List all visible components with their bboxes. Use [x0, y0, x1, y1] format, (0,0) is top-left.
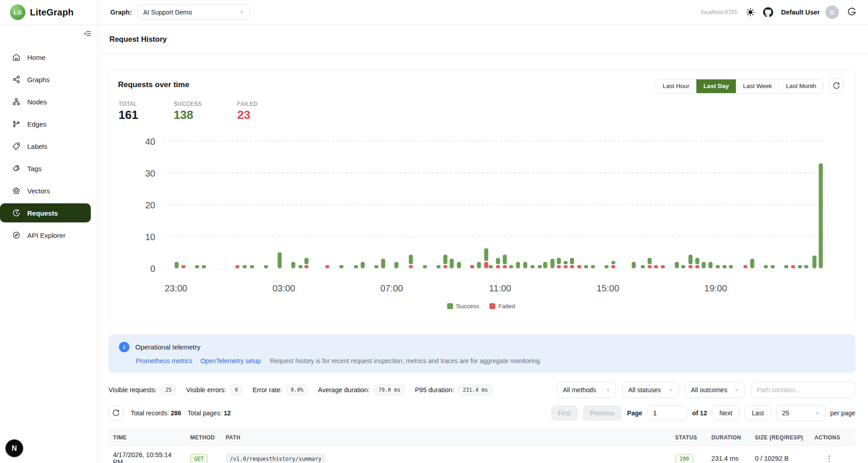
chart-bar	[304, 258, 308, 268]
chart-bar	[477, 262, 481, 268]
table-refresh-button[interactable]	[108, 406, 123, 421]
chart-bar	[437, 265, 441, 268]
success-bar-segment	[631, 262, 636, 268]
last-page-button[interactable]: Last	[745, 405, 771, 421]
brand-area: LG LiteGraph	[0, 0, 98, 25]
metric-label: Visible errors:	[186, 386, 226, 394]
success-bar-segment	[647, 258, 651, 264]
status-badge: 200	[675, 454, 694, 463]
github-link-button[interactable]	[763, 7, 773, 17]
chart-bar	[770, 265, 774, 268]
range-last-day-button[interactable]: Last Day	[696, 79, 735, 93]
chart-bar	[423, 265, 427, 268]
logout-button[interactable]	[847, 8, 856, 17]
success-bar-segment	[689, 255, 693, 264]
range-last-week-button[interactable]: Last Week	[736, 79, 779, 93]
sidebar-item-vectors[interactable]: Vectors	[0, 181, 91, 200]
row-actions-menu-button[interactable]: ⋮	[824, 454, 835, 463]
sidebar-item-api-explorer[interactable]: API Explorer	[0, 226, 91, 245]
chevron-down-icon: ∨	[735, 387, 739, 392]
avatar[interactable]: D	[825, 5, 839, 19]
chevron-down-icon: ∨	[815, 410, 819, 415]
sidebar-item-requests[interactable]: Requests	[0, 203, 91, 222]
success-bar-segment	[195, 265, 199, 268]
chart-bar	[708, 262, 712, 268]
range-last-month-button[interactable]: Last Month	[779, 79, 823, 93]
chart-bar	[236, 265, 240, 268]
success-bar-segment	[819, 163, 823, 268]
sidebar-item-nodes[interactable]: Nodes	[0, 92, 91, 111]
success-bar-segment	[381, 259, 385, 268]
share-network-icon	[12, 75, 20, 84]
col-method: METHOD	[186, 430, 221, 446]
chart-refresh-button[interactable]	[829, 79, 844, 94]
x-axis-label: 23:00	[165, 283, 187, 294]
sidebar-collapse-button[interactable]	[84, 30, 92, 39]
legend-failed[interactable]: Failed	[489, 303, 515, 310]
stat-failed: FAILED 23	[237, 101, 258, 122]
success-bar-segment	[175, 262, 179, 268]
total-pages-label: Total pages:	[187, 409, 222, 417]
chart-bar	[531, 265, 535, 268]
failed-bar-segment	[484, 262, 488, 268]
chart-bar	[675, 262, 679, 268]
failed-bar-segment	[695, 265, 699, 268]
logout-icon	[847, 8, 856, 17]
y-axis-label: 10	[145, 232, 163, 242]
chart-bar	[563, 261, 567, 268]
next-page-button[interactable]: Next	[712, 405, 740, 421]
chart-bar	[764, 265, 768, 268]
sidebar-item-graphs[interactable]: Graphs	[0, 70, 91, 89]
path-badge: /v1.0/requesthistory/summary	[226, 453, 326, 463]
range-last-hour-button[interactable]: Last Hour	[656, 79, 696, 93]
tag-icon	[12, 142, 20, 150]
legend-success[interactable]: Success	[447, 303, 479, 310]
refresh-icon	[112, 409, 120, 417]
opentelemetry-setup-link[interactable]: OpenTelemetry setup	[200, 357, 261, 364]
refresh-icon	[833, 82, 840, 90]
success-swatch-icon	[447, 303, 453, 309]
sidebar-item-tags[interactable]: Tags	[0, 159, 91, 178]
page-number-input[interactable]	[647, 405, 687, 421]
success-bar-segment	[570, 258, 574, 264]
previous-page-button[interactable]: Previous	[583, 405, 622, 421]
first-page-button[interactable]: First	[551, 405, 578, 421]
outcome-filter-value: All outcomes	[691, 386, 727, 394]
table-row[interactable]: 4/17/2026, 10:55:14 PM GET /v1.0/request…	[108, 446, 855, 463]
graph-select-label: Graph:	[110, 9, 132, 16]
per-page-select[interactable]: 25 ∨	[776, 405, 825, 421]
method-filter-select[interactable]: All methods ∨	[557, 382, 616, 398]
chart-bar	[550, 259, 554, 268]
chart-bar	[654, 265, 658, 268]
path-contains-input[interactable]	[751, 382, 855, 398]
nextjs-dev-badge[interactable]: N	[5, 439, 23, 457]
litegraph-logo-icon: LG	[10, 5, 25, 20]
success-bar-segment	[354, 265, 358, 268]
chart-bar	[394, 262, 398, 268]
legend-success-label: Success	[456, 303, 479, 310]
grid-line	[163, 141, 825, 142]
sidebar-item-home[interactable]: Home	[0, 48, 91, 67]
metric-average-duration: Average duration: 79.0 ms	[318, 384, 405, 395]
metric-visible-requests: Visible requests: 25	[108, 384, 176, 395]
chart-bar	[195, 265, 199, 268]
sidebar-item-edges[interactable]: Edges	[0, 114, 91, 133]
x-axis-label: 15:00	[597, 283, 619, 294]
graph-select[interactable]: AI Support Demo ∨	[138, 5, 250, 20]
success-bar-segment	[278, 252, 282, 268]
success-bar-segment	[489, 265, 493, 268]
failed-bar-segment	[563, 265, 567, 268]
record-totals: Total records: 286 Total pages: 12	[131, 409, 231, 417]
chart-bar	[605, 265, 609, 268]
legend-failed-label: Failed	[498, 303, 515, 310]
sidebar-item-labels[interactable]: Labels	[0, 137, 91, 156]
outcome-filter-select[interactable]: All outcomes ∨	[685, 382, 745, 398]
page-title: Request History	[109, 35, 167, 44]
theme-toggle-button[interactable]	[746, 8, 755, 17]
filters: All methods ∨ All statuses ∨ All outcome…	[557, 382, 855, 398]
success-bar-segment	[764, 265, 768, 268]
prometheus-metrics-link[interactable]: Prometheus metrics	[136, 357, 192, 364]
chart-bar	[523, 262, 527, 268]
status-filter-select[interactable]: All statuses ∨	[622, 382, 679, 398]
sidebar: Home Graphs Nodes Edges Labels Tags	[0, 25, 98, 463]
